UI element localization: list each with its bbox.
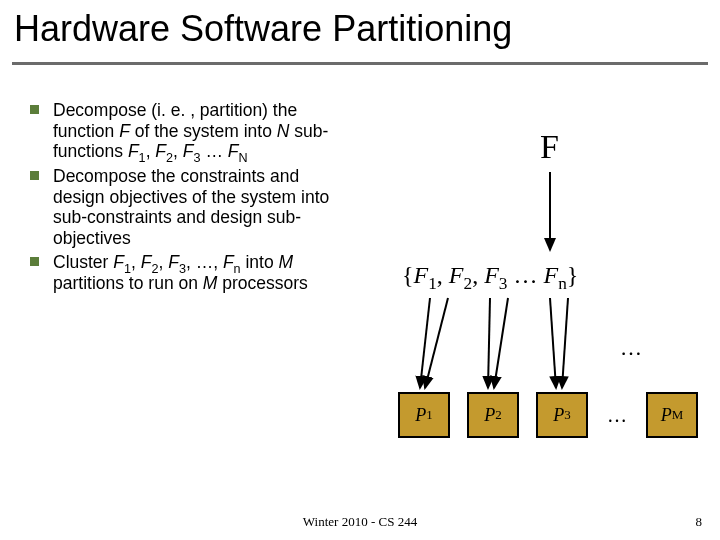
svg-line-2 [425,298,448,388]
svg-line-5 [550,298,556,388]
processor-box: PM [646,392,698,438]
bullet-text: Decompose (i. e. , partition) the functi… [53,100,350,162]
diagram-ellipsis: … [620,335,642,361]
slide-title: Hardware Software Partitioning [14,8,512,50]
processor-box: P3 [536,392,588,438]
title-underline [12,62,708,65]
svg-line-6 [562,298,568,388]
bullet-item: Decompose (i. e. , partition) the functi… [30,100,350,162]
diagram: F {F1, F2, F3 … Fn} … P1 P2 P3 … PM [370,100,710,460]
bullet-item: Cluster F1, F2, F3, …, Fn into M partiti… [30,252,350,293]
diagram-function-f: F [540,128,559,166]
processor-ellipsis: … [605,404,629,427]
svg-line-3 [488,298,490,388]
page-number: 8 [696,514,703,530]
bullet-text: Decompose the constraints and design obj… [53,166,350,249]
processor-row: P1 P2 P3 … PM [398,392,698,438]
bullet-marker-icon [30,257,39,266]
bullet-marker-icon [30,171,39,180]
svg-line-4 [494,298,508,388]
bullet-marker-icon [30,105,39,114]
footer-text: Winter 2010 - CS 244 [0,514,720,530]
bullet-item: Decompose the constraints and design obj… [30,166,350,249]
bullet-list: Decompose (i. e. , partition) the functi… [30,100,350,298]
bullet-text: Cluster F1, F2, F3, …, Fn into M partiti… [53,252,350,293]
svg-line-1 [420,298,430,388]
processor-box: P1 [398,392,450,438]
diagram-function-set: {F1, F2, F3 … Fn} [402,262,578,289]
processor-box: P2 [467,392,519,438]
